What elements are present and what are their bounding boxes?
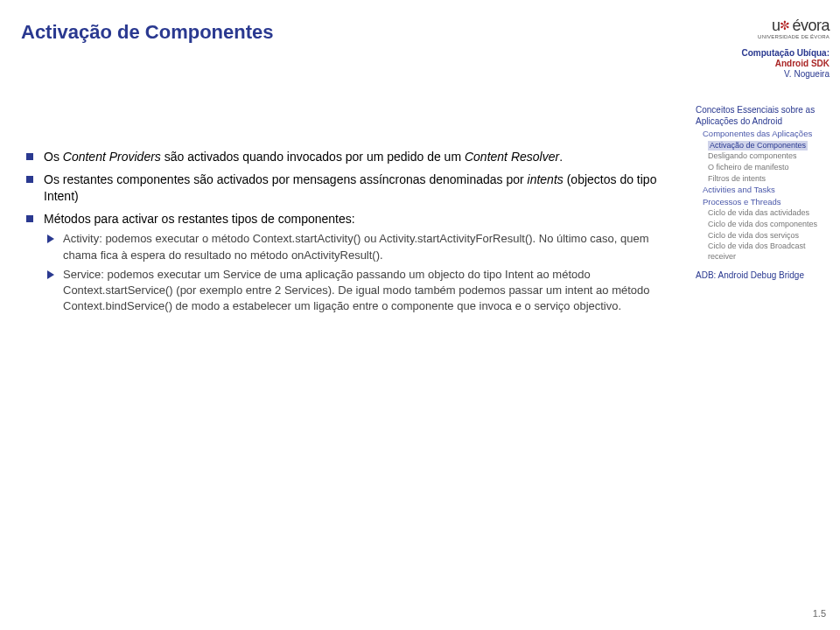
bullet-1: Os Content Providers são activados quand… <box>21 149 662 166</box>
sidebar: uévora UNIVERSIDADE DE ÉVORA Computação … <box>687 0 840 630</box>
slide-title: Activação de Componentes <box>21 21 669 44</box>
nav-outline: Conceitos Essenciais sobre as Aplicações… <box>696 104 830 280</box>
logo: uévora UNIVERSIDADE DE ÉVORA <box>696 16 830 41</box>
text-italic: intents <box>528 172 564 186</box>
logo-sun-icon <box>780 19 792 32</box>
text: Os <box>44 150 63 164</box>
main-content: Activação de Componentes Os Content Prov… <box>0 0 687 630</box>
text-italic: Content Providers <box>63 150 161 164</box>
text: mensagens assíncronas denominadas por <box>290 172 528 186</box>
logo-evora: évora <box>792 17 830 34</box>
logo-u: u <box>772 17 780 34</box>
logo-subtitle: UNIVERSIDADE DE ÉVORA <box>758 34 830 41</box>
content-body: Os Content Providers são activados quand… <box>21 149 669 314</box>
bullet-3: Métodos para activar os restantes tipos … <box>21 211 662 315</box>
course-line2: Android SDK <box>696 59 830 69</box>
nav-item[interactable]: Componentes das Aplicações <box>696 129 830 139</box>
text: Métodos para activar os restantes tipos … <box>44 212 355 226</box>
course-line3: V. Nogueira <box>696 69 830 80</box>
nav-item-active[interactable]: Activação de Componentes <box>696 141 830 151</box>
course-block: Computação Ubíqua: Android SDK V. Noguei… <box>696 48 830 80</box>
bullet-list: Os Content Providers são activados quand… <box>21 149 662 314</box>
nav-active-label: Activação de Componentes <box>708 141 808 151</box>
nav-item[interactable]: Processos e Threads <box>696 197 830 207</box>
bullet-2: Os restantes componentes são activados p… <box>21 172 662 206</box>
nav-item[interactable]: Ciclo de vida das actividades <box>696 208 830 219</box>
text-italic: Content Resolver <box>465 150 559 164</box>
text: Os restantes componentes são activados p… <box>44 172 290 186</box>
page-number: 1.5 <box>813 607 826 620</box>
nav-item[interactable]: Conceitos Essenciais sobre as Aplicações… <box>696 104 830 127</box>
nav-item[interactable]: Ciclo de vida dos serviços <box>696 231 830 242</box>
text: são activados quando invocados por um pe… <box>161 150 465 164</box>
nav-item[interactable]: Ciclo de vida dos Broadcast receiver <box>696 242 830 262</box>
sub-bullet-2: Service: podemos executar um Service de … <box>44 267 662 315</box>
nav-item[interactable]: Desligando componentes <box>696 151 830 162</box>
course-line1: Computação Ubíqua: <box>696 48 830 59</box>
nav-item[interactable]: Ciclo de vida dos componentes <box>696 220 830 230</box>
nav-item[interactable]: ADB: Android Debug Bridge <box>696 270 830 281</box>
text: . <box>559 150 563 164</box>
nav-item[interactable]: O ficheiro de manifesto <box>696 163 830 173</box>
nav-item[interactable]: Activities and Tasks <box>696 185 830 195</box>
slide: Activação de Componentes Os Content Prov… <box>0 0 840 630</box>
sub-list: Activity: podemos executar o método Cont… <box>44 231 662 314</box>
sub-bullet-1: Activity: podemos executar o método Cont… <box>44 231 662 262</box>
nav-item[interactable]: Filtros de intents <box>696 174 830 185</box>
